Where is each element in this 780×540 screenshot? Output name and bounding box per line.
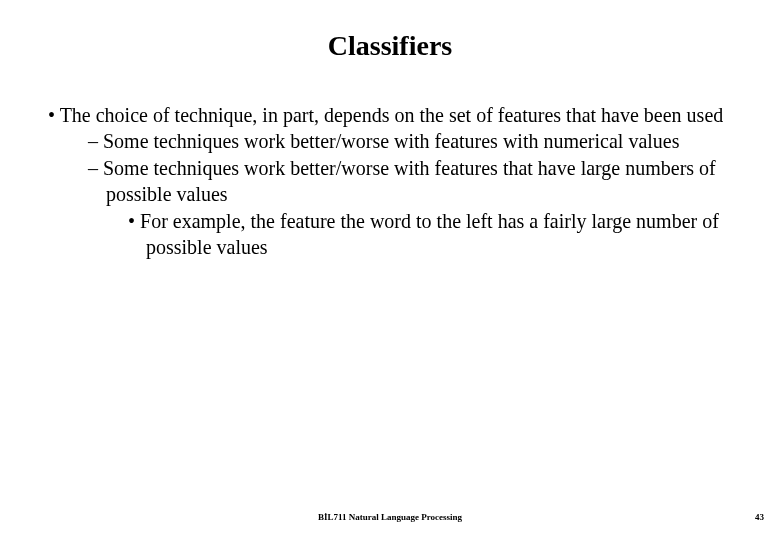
slide: Classifiers The choice of technique, in … <box>0 0 780 540</box>
slide-content: The choice of technique, in part, depend… <box>24 102 756 260</box>
bullet-level-2: Some techniques work better/worse with f… <box>24 128 756 154</box>
bullet-level-2: Some techniques work better/worse with f… <box>24 155 756 208</box>
page-number: 43 <box>755 512 764 522</box>
slide-title: Classifiers <box>24 30 756 62</box>
footer-text: BİL711 Natural Language Processing <box>0 512 780 522</box>
bullet-level-3: For example, the feature the word to the… <box>24 208 756 261</box>
bullet-level-1: The choice of technique, in part, depend… <box>24 102 756 128</box>
